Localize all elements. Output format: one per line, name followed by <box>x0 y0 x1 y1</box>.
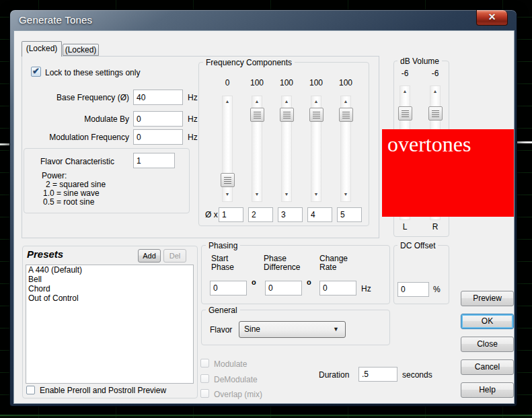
overlap-mix-checkbox <box>200 389 209 398</box>
close-icon: ✕ <box>488 11 496 22</box>
modulation-frequency-label: Modulation Frequency <box>22 133 129 142</box>
slider4-down-icon[interactable]: ▼ <box>309 192 324 197</box>
db-volume-title: dB Volume <box>397 57 442 66</box>
slider1-down-icon[interactable]: ▼ <box>220 192 235 197</box>
start-phase-input[interactable] <box>210 281 247 295</box>
duration-label: Duration <box>319 370 349 380</box>
slider2-thumb[interactable] <box>250 108 264 122</box>
flavor-dropdown[interactable]: Sine ▼ <box>239 321 346 338</box>
frequency-components-title: Frequency Components <box>203 58 295 67</box>
power-line-squared: 2 = squared sine <box>46 180 106 189</box>
preset-add-button[interactable]: Add <box>138 249 161 263</box>
change-rate-input[interactable] <box>319 281 356 295</box>
demodulate-checkbox <box>200 374 209 383</box>
modulate-label: Modulate <box>214 359 247 369</box>
modulate-by-input[interactable] <box>133 111 183 127</box>
slider1-up-icon[interactable]: ▲ <box>220 99 235 104</box>
flavor-dropdown-value: Sine <box>244 324 260 334</box>
slider3-up-icon[interactable]: ▲ <box>279 99 294 104</box>
close-button[interactable]: ✕ <box>476 10 508 26</box>
overtones-annotation-text: overtones <box>387 132 471 157</box>
preset-item-bell[interactable]: Bell <box>26 275 193 284</box>
overtones-annotation-overlay: overtones <box>382 129 514 217</box>
dc-offset-input[interactable] <box>397 282 429 297</box>
base-frequency-label: Base Frequency (Ø) <box>22 93 129 102</box>
modulate-by-label: Modulate By <box>22 114 129 124</box>
change-rate-label-1: Change <box>319 254 348 263</box>
slider5-up-icon[interactable]: ▲ <box>338 99 353 104</box>
multiplier-label: Ø x <box>205 210 218 219</box>
preroll-checkbox[interactable] <box>26 386 35 394</box>
start-phase-label-2: Phase <box>211 263 234 272</box>
baseline-grid-line <box>0 415 532 416</box>
multiplier3-input[interactable] <box>278 207 303 222</box>
multiplier5-input[interactable] <box>337 207 362 222</box>
modulate-checkbox <box>200 359 209 368</box>
slider4-thumb[interactable] <box>309 108 324 122</box>
volume-left-level: -6 <box>390 69 420 78</box>
change-rate-unit: Hz <box>361 284 371 293</box>
dc-offset-title: DC Offset <box>397 241 438 250</box>
volume-left-up-icon[interactable]: ▲ <box>397 89 412 94</box>
change-rate-label-2: Rate <box>319 263 336 272</box>
tab-locked-1[interactable]: (Locked) <box>22 41 62 57</box>
tab-locked-2[interactable]: (Locked) <box>63 44 99 56</box>
volume-left-thumb[interactable] <box>398 106 412 120</box>
duration-unit: seconds <box>402 370 432 380</box>
slider2-level: 100 <box>242 78 272 88</box>
power-title: Power: <box>42 171 67 180</box>
lock-settings-label: Lock to these settings only <box>45 68 140 77</box>
cancel-button[interactable]: Cancel <box>461 359 514 375</box>
channel-right-label: R <box>420 222 450 232</box>
phase-difference-input[interactable] <box>265 281 302 295</box>
flavor-label: Flavor <box>210 325 232 335</box>
channel-left-label: L <box>390 222 420 232</box>
slider4-up-icon[interactable]: ▲ <box>309 99 324 104</box>
preset-item-out-of-control[interactable]: Out of Control <box>26 293 193 303</box>
presets-listbox[interactable]: A 440 (Default) Bell Chord Out of Contro… <box>26 265 194 384</box>
ok-button[interactable]: OK <box>461 314 514 329</box>
modulation-frequency-unit: Hz <box>188 133 198 142</box>
slider2-up-icon[interactable]: ▲ <box>250 99 264 104</box>
slider1-thumb[interactable] <box>221 173 235 187</box>
help-button[interactable]: Help <box>461 382 514 398</box>
multiplier1-input[interactable] <box>219 207 243 222</box>
dialog-client-area: (Locked) (Locked) ✔ Lock to these settin… <box>13 30 515 404</box>
general-title: General <box>206 306 240 315</box>
dc-offset-unit: % <box>433 285 441 294</box>
base-frequency-input[interactable] <box>133 90 183 105</box>
preset-item-a440[interactable]: A 440 (Default) <box>26 265 193 275</box>
slider3-thumb[interactable] <box>280 108 294 122</box>
overlap-mix-label: Overlap (mix) <box>214 390 262 399</box>
playback-cursor-right <box>515 141 532 143</box>
slider5-down-icon[interactable]: ▼ <box>338 192 353 197</box>
slider2-down-icon[interactable]: ▼ <box>250 192 264 197</box>
checkmark-icon: ✔ <box>32 66 40 76</box>
duration-input[interactable] <box>358 367 397 382</box>
phase-difference-label-1: Phase <box>264 254 287 263</box>
generate-tones-dialog: Generate Tones ✕ (Locked) (Locked) ✔ Loc… <box>9 9 517 407</box>
lock-settings-checkbox[interactable]: ✔ <box>31 67 41 77</box>
waveform-editor-background: Generate Tones ✕ (Locked) (Locked) ✔ Loc… <box>0 0 532 418</box>
preset-item-chord[interactable]: Chord <box>26 284 193 293</box>
volume-right-thumb[interactable] <box>428 106 443 120</box>
chevron-down-icon: ▼ <box>333 322 339 337</box>
presets-title: Presets <box>27 248 63 260</box>
slider4-level: 100 <box>301 78 331 88</box>
start-phase-label-1: Start <box>211 254 228 263</box>
preview-button[interactable]: Preview <box>461 291 514 306</box>
slider3-down-icon[interactable]: ▼ <box>279 192 294 197</box>
preroll-label: Enable Preroll and Postroll Preview <box>40 386 166 395</box>
volume-right-up-icon[interactable]: ▲ <box>428 89 443 94</box>
modulation-frequency-input[interactable] <box>133 129 183 145</box>
slider5-thumb[interactable] <box>339 108 353 122</box>
power-line-root: 0.5 = root sine <box>43 197 94 207</box>
volume-right-level: -6 <box>420 69 450 78</box>
multiplier2-input[interactable] <box>248 207 273 222</box>
close-button-action[interactable]: Close <box>461 337 514 352</box>
demodulate-label: DeModulate <box>214 375 258 384</box>
slider3-level: 100 <box>272 78 301 88</box>
multiplier4-input[interactable] <box>307 207 332 222</box>
slider5-level: 100 <box>331 78 360 88</box>
flavor-characteristic-input[interactable] <box>133 153 175 168</box>
